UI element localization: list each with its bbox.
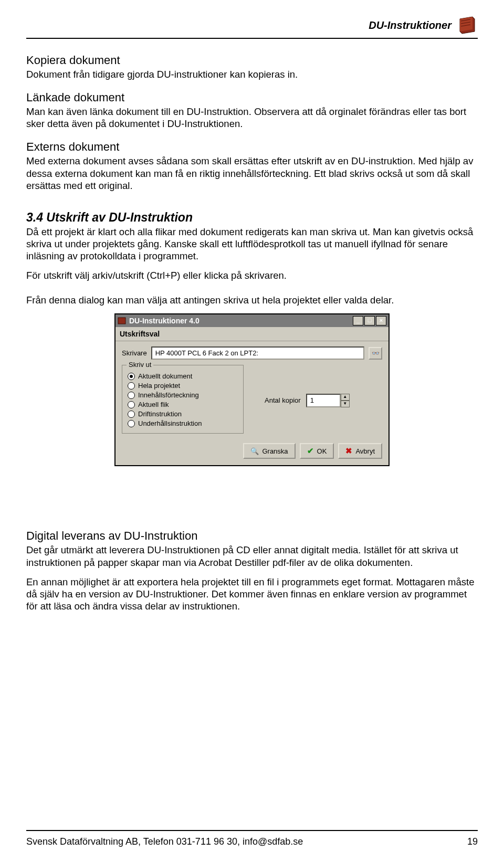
cancel-button[interactable]: ✖ Avbryt <box>338 443 382 459</box>
section-utskrift-p3: Från denna dialog kan man välja att anti… <box>26 294 478 306</box>
dialog-title: DU-Instruktioner 4.0 <box>129 317 200 325</box>
dialog-subtitle: Utskriftsval <box>116 327 388 341</box>
page-footer: Svensk Dataförvaltning AB, Telefon 031-7… <box>26 830 478 847</box>
preview-button-label: Granska <box>262 447 288 455</box>
section-utskrift-p2: För utskrift välj arkiv/utskrift (Ctrl+P… <box>26 269 478 281</box>
binoculars-icon: 👓 <box>372 350 380 357</box>
section-kopiera-title: Kopiera dokument <box>26 54 478 67</box>
copies-row: Antal kopior ▲ ▼ <box>265 367 350 434</box>
magnifier-icon: 🔍 <box>250 447 259 455</box>
radio-icon <box>128 411 135 418</box>
dialog-main-row: Skriv ut Aktuellt dokument Hela projekte… <box>122 365 382 434</box>
radio-label: Aktuell flik <box>138 401 169 408</box>
ok-button-label: OK <box>317 447 327 455</box>
footer-text: Svensk Dataförvaltning AB, Telefon 031-7… <box>26 836 303 847</box>
radio-icon <box>128 420 135 427</box>
dialog-body: Skrivare 👓 Skriv ut Aktuellt dokument <box>116 341 388 465</box>
radio-label: Hela projektet <box>138 382 180 390</box>
spinner-up-button[interactable]: ▲ <box>341 394 350 401</box>
radio-option-1[interactable]: Hela projektet <box>128 382 238 390</box>
spinner-down-button[interactable]: ▼ <box>341 401 350 407</box>
copies-spinner[interactable]: ▲ ▼ <box>306 394 350 407</box>
printer-label: Skrivare <box>122 349 147 357</box>
document-page: DU-Instruktioner Kopiera dokument Dokume… <box>0 0 504 862</box>
section-externs-body: Med externa dokument avses sådana som sk… <box>26 155 478 191</box>
printer-input[interactable] <box>151 346 364 360</box>
browse-printer-button[interactable]: 👓 <box>369 347 382 360</box>
titlebar-buttons: _ □ × <box>353 316 386 325</box>
radio-option-5[interactable]: Underhållsinstruktion <box>128 419 238 427</box>
radio-icon <box>128 373 135 380</box>
footer-page-number: 19 <box>467 836 478 847</box>
section-utskrift-p1: Då ett projekt är klart och alla flikar … <box>26 226 478 262</box>
radio-icon <box>128 392 135 399</box>
cancel-button-label: Avbryt <box>355 447 375 455</box>
page-header: DU-Instruktioner <box>26 16 478 39</box>
section-lankade-title: Länkade dokument <box>26 91 478 104</box>
check-icon: ✔ <box>307 446 314 456</box>
print-what-group: Skriv ut Aktuellt dokument Hela projekte… <box>122 365 244 434</box>
dialog-button-row: 🔍 Granska ✔ OK ✖ Avbryt <box>122 443 382 459</box>
radio-option-0[interactable]: Aktuellt dokument <box>128 372 238 380</box>
print-what-legend: Skriv ut <box>127 361 153 369</box>
printer-row: Skrivare 👓 <box>122 346 382 360</box>
maximize-button[interactable]: □ <box>364 316 375 325</box>
preview-button[interactable]: 🔍 Granska <box>243 443 295 459</box>
section-kopiera-body: Dokument från tidigare gjorda DU-instruk… <box>26 68 478 80</box>
radio-label: Driftinstruktion <box>138 410 182 418</box>
radio-icon <box>128 401 135 408</box>
print-dialog-window: DU-Instruktioner 4.0 _ □ × Utskriftsval … <box>114 313 390 466</box>
app-icon <box>118 317 126 324</box>
radio-label: Innehållsförteckning <box>138 391 199 399</box>
section-digital-title: Digital leverans av DU-Instruktion <box>26 529 478 543</box>
radio-label: Aktuellt dokument <box>138 372 192 380</box>
radio-option-2[interactable]: Innehållsförteckning <box>128 391 238 399</box>
dialog-figure: DU-Instruktioner 4.0 _ □ × Utskriftsval … <box>26 313 478 466</box>
close-button[interactable]: × <box>376 316 386 325</box>
minimize-button[interactable]: _ <box>353 316 363 325</box>
section-externs-title: Externs dokument <box>26 140 478 154</box>
book-icon <box>457 16 478 35</box>
header-title: DU-Instruktioner <box>369 19 452 31</box>
radio-icon <box>128 382 135 390</box>
radio-option-3[interactable]: Aktuell flik <box>128 401 238 408</box>
section-utskrift-title: 3.4 Utskrift av DU-Instruktion <box>26 211 478 225</box>
section-lankade-body: Man kan även länka dokument till en DU-I… <box>26 106 478 130</box>
section-digital-p1: Det går utmärkt att leverera DU-Instrukt… <box>26 544 478 568</box>
dialog-titlebar: DU-Instruktioner 4.0 _ □ × <box>116 314 388 327</box>
radio-label: Underhållsinstruktion <box>138 419 202 427</box>
copies-label: Antal kopior <box>265 396 301 404</box>
x-icon: ✖ <box>345 446 352 456</box>
radio-option-4[interactable]: Driftinstruktion <box>128 410 238 418</box>
ok-button[interactable]: ✔ OK <box>300 443 334 459</box>
section-digital-p2: En annan möjlighet är att exportera hela… <box>26 576 478 612</box>
svg-rect-0 <box>118 318 125 324</box>
copies-input[interactable] <box>306 394 341 407</box>
